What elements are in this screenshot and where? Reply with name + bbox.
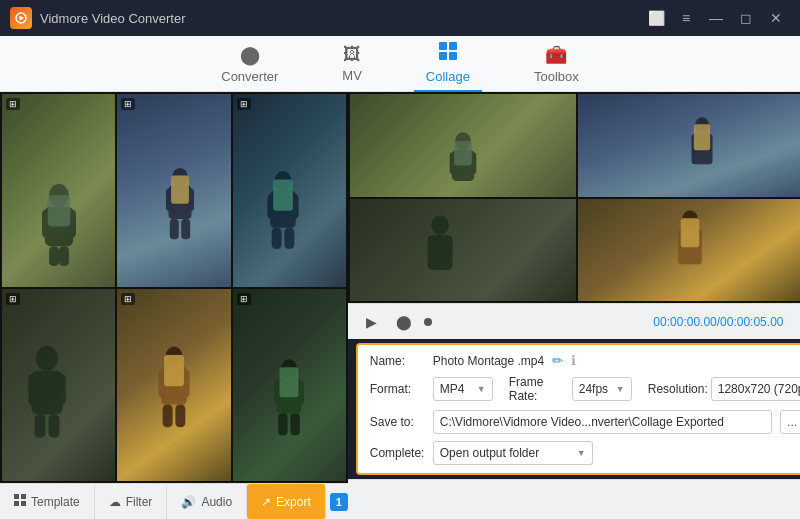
svg-rect-31	[35, 415, 46, 438]
video-cell-2[interactable]: ⊞	[117, 94, 230, 287]
complete-select-value: Open output folder	[440, 446, 539, 460]
video-cell-4[interactable]: ⊞	[2, 289, 115, 482]
svg-rect-26	[274, 180, 294, 211]
edit-icon[interactable]: ✏	[552, 353, 563, 368]
svg-rect-30	[54, 374, 66, 405]
app-icon	[10, 7, 32, 29]
filter-icon: ☁	[109, 495, 121, 509]
svg-rect-24	[272, 228, 282, 249]
svg-rect-63	[428, 235, 453, 270]
format-select-value: MP4	[440, 382, 465, 396]
svg-rect-10	[49, 247, 59, 267]
info-icon[interactable]: ℹ	[571, 353, 576, 368]
preview-cell-5[interactable]	[578, 199, 800, 302]
svg-rect-37	[163, 404, 173, 427]
maximize-button[interactable]: ◻	[732, 4, 760, 32]
video-cell-1[interactable]: ⊞	[2, 94, 115, 287]
titlebar: Vidmore Video Converter ⬜ ≡ — ◻ ✕	[0, 0, 800, 36]
svg-rect-12	[47, 196, 70, 227]
svg-rect-49	[14, 501, 19, 506]
framerate-select-value: 24fps	[579, 382, 608, 396]
preview-cell-4[interactable]	[350, 199, 576, 302]
tab-export-badge: 1	[330, 493, 348, 511]
svg-rect-47	[14, 494, 19, 499]
tab-filter[interactable]: ☁ Filter	[95, 484, 168, 519]
titlebar-left: Vidmore Video Converter	[10, 7, 186, 29]
svg-rect-2	[439, 42, 447, 50]
stop-button[interactable]: ⬤	[392, 310, 416, 334]
cell-1-overlay: ⊞	[6, 98, 20, 110]
preview-area	[348, 92, 800, 303]
minimize-button[interactable]: —	[702, 4, 730, 32]
format-arrow: ▼	[477, 384, 486, 394]
svg-point-27	[36, 346, 58, 371]
resolution-select[interactable]: 1280x720 (720p) ▼	[711, 377, 800, 401]
preview-cell-1[interactable]	[350, 94, 576, 197]
format-row: Format: MP4 ▼ Frame Rate: 24fps ▼ Resolu…	[370, 375, 800, 403]
timecode-display: 00:00:00.00/00:00:05.00	[653, 315, 783, 329]
tab-filter-label: Filter	[126, 495, 153, 509]
name-row: Name: Photo Montage .mp4 ✏ ℹ	[370, 353, 800, 368]
cell-5-overlay: ⊞	[121, 293, 135, 305]
svg-point-62	[431, 215, 448, 235]
video-cell-5[interactable]: ⊞	[117, 289, 230, 482]
format-label: Format:	[370, 382, 425, 396]
svg-rect-3	[449, 42, 457, 50]
saveto-row: Save to: C:\Vidmore\Vidmore Video...nver…	[370, 410, 800, 434]
saveto-browse-button[interactable]: ...	[780, 410, 800, 434]
framerate-select[interactable]: 24fps ▼	[572, 377, 632, 401]
close-button[interactable]: ✕	[762, 4, 790, 32]
framerate-label: Frame Rate:	[509, 375, 564, 403]
tab-audio-label: Audio	[201, 495, 232, 509]
tab-export-label: Export	[276, 495, 311, 509]
svg-rect-39	[164, 355, 184, 386]
tab-template[interactable]: Template	[0, 484, 95, 519]
svg-rect-4	[439, 52, 447, 60]
svg-rect-32	[49, 415, 60, 438]
play-button[interactable]: ▶	[360, 310, 384, 334]
video-grid: ⊞ ⊞	[0, 92, 348, 483]
tab-export[interactable]: ↗ Export	[247, 484, 326, 519]
svg-rect-19	[171, 175, 189, 203]
help-button[interactable]: ⬜	[642, 4, 670, 32]
preview-controls: ▶ ⬤ 00:00:00.00/00:00:05.00 🔊	[348, 303, 800, 339]
video-cell-3[interactable]: ⊞	[233, 94, 346, 287]
template-icon	[14, 494, 26, 509]
cell-6-overlay: ⊞	[237, 293, 251, 305]
tab-audio[interactable]: 🔊 Audio	[167, 484, 247, 519]
nav-mv[interactable]: 🖼 MV	[330, 38, 374, 89]
complete-arrow: ▼	[577, 448, 586, 458]
audio-icon: 🔊	[181, 495, 196, 509]
format-select[interactable]: MP4 ▼	[433, 377, 493, 401]
bottom-bar: 3 Start Export	[348, 479, 800, 519]
nav-collage[interactable]: Collage	[414, 35, 482, 92]
resolution-label: Resolution:	[648, 382, 703, 396]
converter-icon: ⬤	[240, 44, 260, 66]
progress-indicator	[424, 318, 432, 326]
nav-converter[interactable]: ⬤ Converter	[209, 38, 290, 90]
svg-rect-11	[59, 247, 69, 267]
svg-rect-48	[21, 494, 26, 499]
complete-select[interactable]: Open output folder ▼	[433, 441, 593, 465]
nav-collage-label: Collage	[426, 69, 470, 84]
right-panel: ▶ ⬤ 00:00:00.00/00:00:05.00 🔊 2 Name: Ph…	[348, 92, 800, 519]
complete-label: Complete:	[370, 446, 425, 460]
saveto-path-text: C:\Vidmore\Vidmore Video...nverter\Colla…	[440, 415, 724, 429]
svg-rect-58	[694, 124, 710, 150]
navbar: ⬤ Converter 🖼 MV Collage 🧰 Toolbox	[0, 36, 800, 92]
svg-rect-66	[681, 218, 699, 247]
svg-rect-50	[21, 501, 26, 506]
svg-rect-45	[290, 414, 300, 436]
name-value: Photo Montage .mp4	[433, 354, 544, 368]
preview-cell-2[interactable]	[578, 94, 800, 197]
saveto-path-box: C:\Vidmore\Vidmore Video...nverter\Colla…	[433, 410, 772, 434]
svg-rect-25	[285, 228, 295, 249]
nav-toolbox[interactable]: 🧰 Toolbox	[522, 38, 591, 90]
mv-icon: 🖼	[343, 44, 361, 65]
collage-icon	[438, 41, 458, 66]
video-cell-6[interactable]: ⊞	[233, 289, 346, 482]
toolbox-icon: 🧰	[545, 44, 567, 66]
export-panel: 2 Name: Photo Montage .mp4 ✏ ℹ Format: M…	[356, 343, 800, 475]
menu-button[interactable]: ≡	[672, 4, 700, 32]
tab-bar: Template ☁ Filter 🔊 Audio ↗ Export 1	[0, 483, 348, 519]
